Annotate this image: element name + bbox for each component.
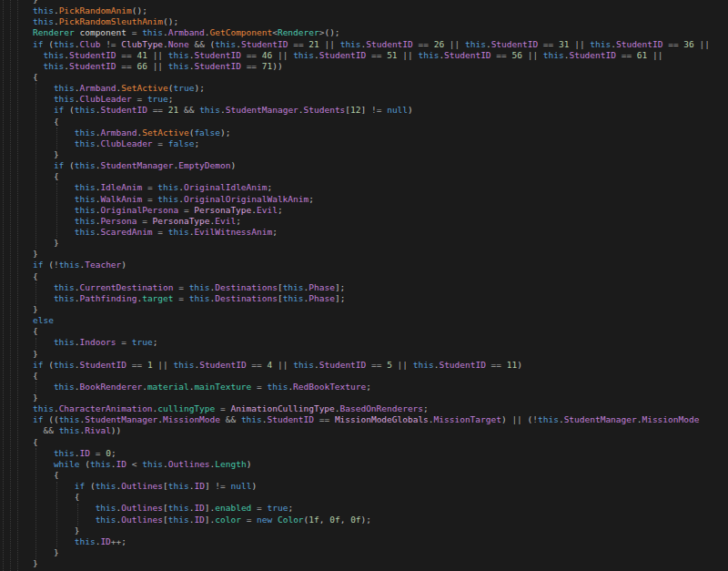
code-token-number: 0f: [350, 515, 360, 525]
code-token-keyword: null: [231, 481, 252, 491]
code-line: this.Persona = PersonaType.Evil;: [33, 216, 728, 227]
code-token-keyword: true: [132, 337, 153, 347]
code-token-number: 51: [387, 50, 397, 60]
code-line: if (this.StudentID == 21 && this.Student…: [33, 105, 728, 116]
code-token-number: 46: [262, 50, 272, 60]
code-token-operator: ==: [247, 360, 268, 370]
code-text-area[interactable]: }this.PickRandomAnim();this.PickRandomSl…: [0, 0, 728, 569]
code-token-field: StudentManager: [226, 105, 298, 115]
code-token-field: Outlines: [121, 481, 163, 491]
code-token-keyword: this: [189, 282, 210, 292]
code-line: this.CurrentDestination = this.Destinati…: [33, 282, 728, 293]
code-token-field: MissionTarget: [434, 414, 501, 424]
code-token-operator: ||: [272, 50, 293, 60]
code-token-keyword: while: [54, 459, 80, 469]
code-token-field: Destinations: [215, 293, 278, 303]
code-line: this.ID = 0;: [33, 448, 728, 459]
code-line: {: [33, 371, 728, 382]
code-token-operator: =: [174, 293, 189, 303]
code-line: }: [33, 304, 728, 315]
code-token-field: StudentID: [268, 414, 314, 424]
code-line: this.WalkAnim = this.OriginalOriginalWal…: [33, 194, 728, 205]
code-token-field: Persona: [100, 216, 136, 226]
code-token-keyword: this: [59, 414, 80, 424]
code-token-punctuation: (: [43, 260, 53, 270]
code-token-operator: ||: [507, 414, 528, 424]
code-token-punctuation: ];: [335, 282, 345, 292]
code-token-operator: ==: [241, 50, 262, 60]
code-token-punctuation: }: [33, 525, 79, 535]
code-token-keyword: this: [54, 83, 75, 93]
code-token-punctuation: [33, 205, 75, 215]
code-line: this.Armband.SetActive(false);: [33, 127, 728, 138]
code-token-keyword: this: [293, 360, 314, 370]
code-token-punctuation: [33, 83, 54, 93]
code-editor-viewport[interactable]: }this.PickRandomAnim();this.PickRandomSl…: [0, 0, 728, 571]
code-token-punctuation: (: [64, 105, 74, 115]
code-token-punctuation: );: [361, 515, 371, 525]
code-token-method: GetComponent: [210, 27, 273, 37]
code-token-keyword: if: [75, 481, 85, 491]
code-line: {: [33, 492, 728, 503]
code-token-field: Students: [304, 105, 346, 115]
code-token-operator: =: [215, 403, 230, 413]
code-token-punctuation: [33, 536, 75, 546]
code-token-field: ClubLeader: [100, 138, 152, 148]
code-token-punctuation: }: [33, 558, 38, 568]
code-token-punctuation: [33, 515, 96, 525]
code-token-operator: ==: [126, 360, 147, 370]
code-line: }: [33, 149, 728, 160]
code-line: }: [33, 349, 728, 360]
code-line: this.StudentID == 66 || this.StudentID =…: [33, 61, 728, 72]
code-token-operator: &&: [189, 39, 210, 49]
code-token-keyword: this: [90, 459, 111, 469]
code-line: this.OriginalPersona = PersonaType.Evil;: [33, 205, 728, 216]
code-token-field: None: [168, 39, 189, 49]
code-token-punctuation: ,: [340, 515, 350, 525]
code-token-field: BookRenderer: [80, 382, 143, 392]
code-token-punctuation: {: [33, 492, 79, 502]
code-token-field: ID: [194, 515, 204, 525]
code-token-punctuation: [33, 194, 75, 204]
code-token-field: ID: [100, 536, 110, 546]
code-line: }: [33, 558, 728, 569]
code-token-operator: ==: [491, 50, 512, 60]
code-token-keyword: this: [54, 293, 75, 303]
code-token-number: 36: [683, 39, 693, 49]
code-token-keyword: this: [168, 61, 189, 71]
code-token-property: cullingType: [157, 403, 215, 413]
code-token-keyword: this: [413, 360, 434, 370]
code-token-keyword: this: [75, 105, 96, 115]
code-token-field: WalkAnim: [100, 194, 142, 204]
code-token-punctuation: (: [43, 360, 53, 370]
code-token-field: StudentID: [366, 39, 412, 49]
code-token-field: Rival: [85, 425, 111, 435]
code-token-local-variable: component: [75, 27, 126, 37]
code-token-operator: ==: [314, 414, 335, 424]
code-token-punctuation: [33, 481, 75, 491]
code-token-field: Phase: [308, 293, 335, 303]
code-token-keyword: this: [157, 182, 178, 192]
code-token-field: ClubLeader: [80, 94, 132, 104]
code-line: this.BookRenderer.material.mainTexture =…: [33, 382, 728, 393]
code-token-operator: ||: [522, 50, 543, 60]
code-token-operator: ++: [111, 536, 121, 546]
code-token-punctuation: ;: [111, 448, 116, 458]
code-token-field: StudentID: [241, 39, 288, 49]
code-token-operator: !=: [366, 105, 387, 115]
code-token-number: 11: [507, 360, 517, 370]
code-line: {: [33, 171, 728, 182]
code-token-keyword: this: [142, 459, 163, 469]
code-line: this.PickRandomAnim();: [33, 5, 728, 16]
code-token-field: OriginalPersona: [100, 205, 178, 215]
code-token-punctuation: [33, 448, 54, 458]
code-token-operator: =: [126, 27, 142, 37]
code-token-enum-or-static-type: ClubType: [121, 39, 163, 49]
code-token-number: 21: [168, 105, 178, 115]
code-token-punctuation: {: [33, 470, 59, 480]
code-token-field: EmptyDemon: [178, 160, 230, 170]
code-token-punctuation: {: [33, 326, 38, 336]
code-token-number: 61: [637, 50, 647, 60]
code-line: }: [33, 393, 728, 403]
code-token-keyword: this: [215, 39, 236, 49]
